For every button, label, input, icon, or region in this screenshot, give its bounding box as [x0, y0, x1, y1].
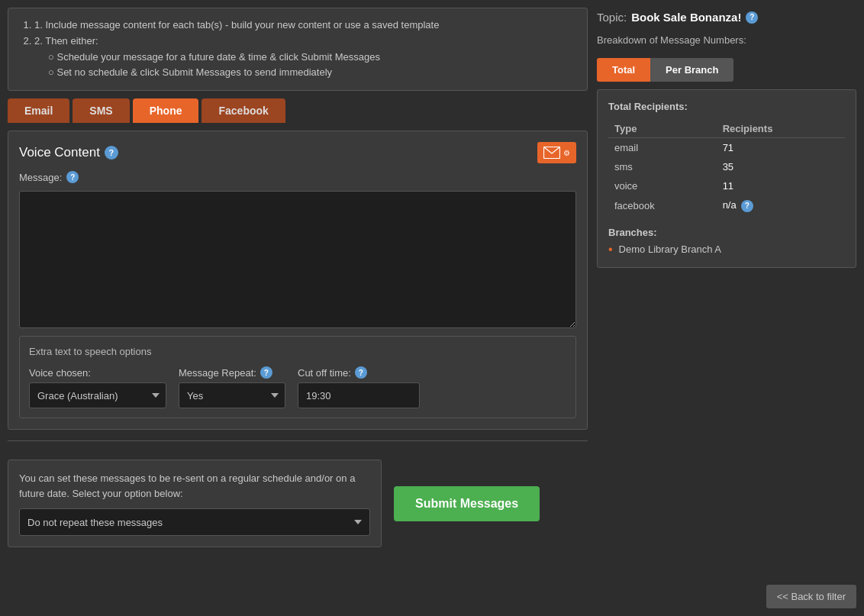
- repeat-dropdown[interactable]: Do not repeat these messages Repeat dail…: [19, 508, 370, 536]
- tts-options-title: Extra text to speech options: [29, 346, 566, 357]
- topic-label: Topic:: [597, 11, 627, 24]
- schedule-text: You can set these messages to be re-sent…: [19, 471, 370, 501]
- col-recipients-header: Recipients: [717, 120, 845, 138]
- divider: [8, 440, 588, 441]
- voice-content-box: Voice Content ? ⚙ Message: ? Extra t: [8, 131, 588, 430]
- message-textarea[interactable]: [19, 191, 576, 328]
- voice-title-text: Voice Content: [19, 145, 100, 160]
- voice-content-help-icon[interactable]: ?: [105, 146, 118, 160]
- instruction-bullet2: Set no schedule & click Submit Messages …: [48, 65, 575, 81]
- instruction-bullet1: Schedule your message for a future date …: [48, 50, 575, 66]
- cutoff-label: Cut off time: ?: [298, 366, 420, 379]
- tab-email[interactable]: Email: [8, 98, 69, 123]
- cutoff-help-icon[interactable]: ?: [355, 366, 367, 379]
- right-panel: Topic: Book Sale Bonanza! ? Breakdown of…: [597, 8, 856, 608]
- tabs-row: Email SMS Phone Facebook: [8, 98, 588, 123]
- recipient-type-3: facebook: [608, 195, 717, 216]
- tts-options-box: Extra text to speech options Voice chose…: [19, 336, 576, 418]
- tab-sms[interactable]: SMS: [73, 98, 129, 123]
- recipients-row-3: facebookn/a?: [608, 195, 845, 216]
- voice-select-wrap: Grace (Australian) Standard Male Standar…: [29, 382, 166, 408]
- branches-title: Branches:: [608, 227, 845, 238]
- repeat-help-icon[interactable]: ?: [260, 366, 272, 379]
- topic-name: Book Sale Bonanza!: [631, 11, 741, 24]
- instruction-line2: 2. Then either:: [34, 34, 575, 50]
- instructions-box: 1. Include message content for each tab(…: [8, 8, 588, 91]
- col-type-header: Type: [608, 120, 717, 138]
- branch-name-0: Demo Library Branch A: [619, 243, 721, 255]
- repeat-field: Message Repeat: ? Yes No: [179, 366, 285, 408]
- left-panel: 1. Include message content for each tab(…: [8, 8, 588, 608]
- recipient-count-3: n/a?: [717, 195, 845, 216]
- voice-chosen-label: Voice chosen:: [29, 367, 166, 379]
- voice-select[interactable]: Grace (Australian) Standard Male Standar…: [29, 382, 166, 408]
- message-help-icon[interactable]: ?: [66, 171, 79, 183]
- submit-messages-button[interactable]: Submit Messages: [394, 486, 540, 521]
- back-to-filter-button[interactable]: << Back to filter: [766, 585, 856, 608]
- schedule-box: You can set these messages to be re-sent…: [8, 460, 382, 547]
- recipients-row-2: voice11: [608, 176, 845, 195]
- branches-section: Branches: • Demo Library Branch A: [608, 227, 845, 256]
- repeat-select[interactable]: Yes No: [179, 382, 285, 408]
- recipient-type-0: email: [608, 138, 717, 158]
- email-icon: [543, 147, 560, 159]
- instruction-line1: 1. Include message content for each tab(…: [34, 18, 575, 34]
- recipient-count-0: 71: [717, 138, 845, 158]
- recipient-type-1: sms: [608, 157, 717, 176]
- email-settings-icon: ⚙: [563, 149, 570, 157]
- branch-item-0: • Demo Library Branch A: [608, 243, 845, 256]
- cutoff-label-text: Cut off time:: [298, 367, 351, 379]
- repeat-label: Message Repeat: ?: [179, 366, 285, 379]
- repeat-label-text: Message Repeat:: [179, 367, 256, 379]
- voice-chosen-field: Voice chosen: Grace (Australian) Standar…: [29, 367, 166, 408]
- tts-fields-row: Voice chosen: Grace (Australian) Standar…: [29, 366, 566, 408]
- tab-phone[interactable]: Phone: [133, 98, 199, 123]
- breakdown-title: Breakdown of Message Numbers:: [597, 34, 856, 46]
- recipients-row-0: email71: [608, 138, 845, 158]
- bottom-section: You can set these messages to be re-sent…: [8, 460, 588, 547]
- total-recipients-title: Total Recipients:: [608, 101, 845, 112]
- voice-chosen-label-text: Voice chosen:: [29, 367, 91, 379]
- facebook-help-icon[interactable]: ?: [741, 200, 753, 212]
- voice-header: Voice Content ? ⚙: [19, 142, 576, 163]
- main-container: 1. Include message content for each tab(…: [0, 0, 864, 616]
- breakdown-per-branch-tab[interactable]: Per Branch: [650, 58, 733, 82]
- message-label-text: Message:: [19, 172, 62, 183]
- voice-title: Voice Content ?: [19, 145, 118, 160]
- topic-help-icon[interactable]: ?: [746, 11, 758, 24]
- recipient-count-1: 35: [717, 157, 845, 176]
- cutoff-input-wrap: 19:30: [298, 382, 420, 408]
- recipients-row-1: sms35: [608, 157, 845, 176]
- message-label-row: Message: ?: [19, 171, 576, 183]
- branch-bullet-0: •: [608, 243, 613, 256]
- breakdown-box: Total Recipients: Type Recipients email7…: [597, 89, 856, 268]
- recipient-count-2: 11: [717, 176, 845, 195]
- breakdown-tabs: Total Per Branch: [597, 58, 856, 82]
- topic-row: Topic: Book Sale Bonanza! ?: [597, 11, 856, 24]
- email-icon-button[interactable]: ⚙: [537, 142, 576, 163]
- tab-facebook[interactable]: Facebook: [201, 98, 285, 123]
- cutoff-input[interactable]: 19:30: [298, 382, 420, 408]
- repeat-select-box: Do not repeat these messages Repeat dail…: [19, 508, 370, 536]
- recipient-type-2: voice: [608, 176, 717, 195]
- cutoff-field: Cut off time: ? 19:30: [298, 366, 420, 408]
- breakdown-total-tab[interactable]: Total: [597, 58, 650, 82]
- repeat-select-wrap: Yes No: [179, 382, 285, 408]
- recipients-table: Type Recipients email71sms35voice11faceb…: [608, 120, 845, 216]
